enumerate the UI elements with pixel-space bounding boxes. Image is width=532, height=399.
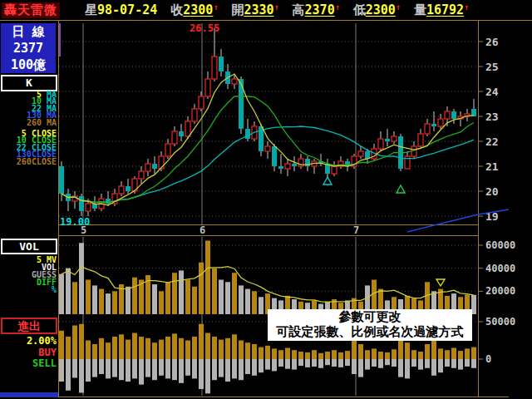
- sell-bar: [126, 359, 131, 382]
- buy-bar: [272, 348, 277, 359]
- buy-bar: [199, 324, 204, 359]
- candle-down: [59, 166, 64, 194]
- buy-bar: [465, 348, 470, 359]
- up-arrow-icon: ↑: [274, 2, 279, 12]
- sell-bar: [99, 359, 104, 374]
- sell-bar: [398, 359, 403, 377]
- buy-bar: [179, 338, 184, 359]
- sell-bar: [418, 359, 423, 370]
- candle-down: [179, 131, 184, 136]
- volume-bar: [245, 289, 250, 314]
- candle-up: [145, 164, 150, 171]
- sell-bar: [185, 359, 190, 376]
- volume-value: 16792: [426, 2, 464, 17]
- up-arrow-icon: ↑: [213, 2, 218, 12]
- sell-bar: [292, 359, 297, 370]
- volume-bar: [165, 282, 170, 314]
- buy-bar: [112, 337, 117, 359]
- price-tick-label: 21: [485, 160, 499, 173]
- k-label: K: [26, 76, 32, 89]
- vol-tick-label: 60000: [485, 239, 515, 251]
- sell-bar: [132, 359, 137, 378]
- buy-bar: [245, 342, 250, 359]
- sell-bar: [411, 359, 416, 367]
- sell-bar: [106, 359, 111, 378]
- buy-bar: [185, 341, 190, 360]
- volume-bar: [239, 285, 244, 314]
- legend-item: DIFF: [0, 278, 57, 286]
- vol-indicator-button[interactable]: VOL: [1, 239, 57, 254]
- triangle-up-marker-icon: [323, 177, 332, 185]
- buy-bar: [126, 340, 131, 359]
- sell-bar: [232, 359, 237, 378]
- app-window: 2625242322212019600004000020000500000567…: [0, 0, 532, 399]
- buy-bar: [66, 337, 71, 359]
- close-label: 收: [170, 2, 183, 17]
- sell-bar: [79, 359, 84, 393]
- volume-bar: [106, 293, 111, 314]
- buy-bar: [92, 344, 97, 359]
- sell-bar: [225, 359, 230, 382]
- candle-down: [126, 186, 131, 191]
- ma5-line: [62, 74, 474, 205]
- buy-bar: [352, 341, 357, 360]
- buy-bar: [338, 352, 343, 359]
- candle-up: [185, 121, 190, 136]
- buy-bar: [378, 352, 383, 359]
- candle-up: [212, 57, 217, 79]
- inout-indicator-button[interactable]: 進出: [1, 318, 57, 334]
- sell-bar: [139, 359, 144, 385]
- candle-down: [385, 139, 390, 141]
- k-indicator-button[interactable]: K: [1, 75, 57, 91]
- buy-bar: [139, 337, 144, 359]
- volume-bar: [232, 273, 237, 314]
- buy-bar: [106, 342, 111, 359]
- sidebar-bottom-strip: [0, 392, 58, 397]
- period-label: 日 線: [1, 23, 56, 40]
- price-tick-label: 25: [485, 61, 499, 73]
- field-close: 收2300↑: [170, 2, 218, 18]
- buy-bar: [205, 333, 210, 360]
- candle-up: [438, 119, 443, 126]
- legend-item: SELL: [0, 358, 57, 370]
- field-low: 低2300↑: [353, 2, 401, 18]
- volume-label: 量: [414, 2, 426, 17]
- candle-down: [278, 166, 283, 169]
- sell-bar: [471, 359, 476, 368]
- period-info-box[interactable]: 日 線 2377 100億: [1, 23, 56, 73]
- volume-bar: [72, 282, 77, 314]
- candle-up: [418, 134, 423, 146]
- candle-up: [139, 171, 144, 179]
- sell-bar: [378, 359, 383, 368]
- sell-bar: [192, 359, 197, 378]
- low-value: 2300: [366, 2, 396, 17]
- sell-bar: [312, 359, 317, 367]
- price-tick-label: 26: [485, 36, 499, 48]
- field-volume: 量16792↑: [414, 2, 469, 18]
- vol-label: VOL: [19, 240, 38, 253]
- sell-bar: [458, 359, 463, 370]
- legend-item: %: [0, 286, 57, 293]
- sell-bar: [305, 359, 310, 367]
- candle-up: [119, 186, 124, 194]
- up-arrow-icon: ↑: [464, 2, 469, 12]
- sell-bar: [205, 359, 210, 393]
- app-logo[interactable]: 轟天雷微: [2, 2, 60, 18]
- buy-bar: [119, 334, 124, 359]
- volume-bar: [192, 287, 197, 314]
- volume-bar: [59, 274, 64, 314]
- buy-bar: [398, 338, 403, 359]
- candle-down: [219, 57, 224, 71]
- buy-bar: [152, 342, 157, 359]
- buy-bar: [165, 337, 170, 359]
- candle-up: [265, 146, 270, 151]
- sell-bar: [112, 359, 117, 377]
- candle-up: [378, 139, 383, 149]
- open-value: 2330: [244, 2, 273, 17]
- buy-bar: [358, 344, 363, 359]
- volume-bar: [112, 291, 117, 314]
- vol-tick-label: 20000: [485, 285, 515, 297]
- volume-bar: [252, 291, 257, 314]
- sell-bar: [66, 359, 71, 391]
- buy-bar: [318, 353, 323, 359]
